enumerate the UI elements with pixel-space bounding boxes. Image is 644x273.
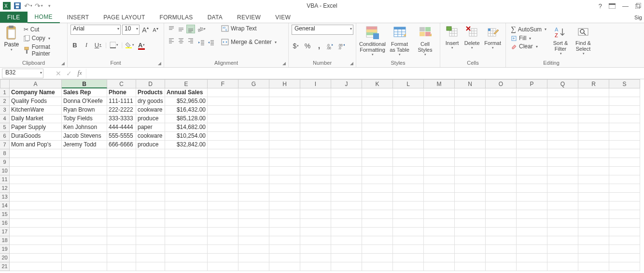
row-header[interactable]: 6 (0, 132, 10, 141)
cell[interactable] (486, 167, 517, 175)
cell[interactable] (578, 228, 609, 236)
column-header[interactable]: H (269, 79, 300, 88)
decrease-indent-icon[interactable] (197, 38, 206, 47)
cell[interactable] (424, 88, 455, 97)
cell[interactable] (208, 123, 238, 132)
cell[interactable] (578, 106, 609, 115)
cell[interactable] (300, 228, 331, 236)
dialog-launcher-icon[interactable]: ◢ (158, 61, 163, 66)
cell[interactable] (300, 236, 331, 245)
cell[interactable] (208, 254, 238, 262)
cell[interactable] (331, 132, 362, 141)
cell[interactable] (578, 193, 609, 201)
cell[interactable] (136, 201, 165, 210)
cell[interactable] (424, 219, 455, 228)
cell[interactable] (609, 245, 640, 254)
cell[interactable] (578, 201, 609, 210)
cell[interactable] (62, 167, 107, 175)
cell[interactable] (165, 201, 208, 210)
row-header[interactable]: 20 (0, 254, 10, 262)
cell[interactable] (455, 193, 486, 201)
cell[interactable] (208, 158, 238, 167)
cell[interactable]: cookware (136, 132, 165, 141)
cell[interactable] (393, 219, 424, 228)
cell[interactable] (269, 175, 300, 184)
cell[interactable] (331, 262, 362, 271)
cell[interactable] (547, 115, 578, 123)
cell[interactable] (331, 236, 362, 245)
clear-button[interactable]: Clear▾ (509, 43, 548, 50)
cell[interactable] (424, 167, 455, 175)
redo-icon[interactable]: ↷▾ (34, 1, 43, 11)
cell[interactable] (517, 228, 547, 236)
cell[interactable] (62, 262, 107, 271)
cell[interactable] (609, 88, 640, 97)
cell[interactable] (238, 97, 269, 106)
cell[interactable] (238, 158, 269, 167)
cell[interactable]: $10,254.00 (165, 132, 208, 141)
cell[interactable]: produce (136, 141, 165, 149)
cell[interactable] (362, 115, 393, 123)
cell[interactable] (208, 184, 238, 193)
cell[interactable] (136, 210, 165, 219)
excel-icon[interactable]: X (2, 1, 12, 11)
cell[interactable]: Ryan Brown (62, 106, 107, 115)
cell[interactable] (238, 141, 269, 149)
cell[interactable] (300, 141, 331, 149)
cell[interactable] (547, 97, 578, 106)
cell[interactable] (208, 167, 238, 175)
cell[interactable] (238, 123, 269, 132)
cell[interactable] (517, 175, 547, 184)
cell[interactable] (10, 254, 62, 262)
cell[interactable] (208, 141, 238, 149)
autosum-button[interactable]: ∑ AutoSum▾ (509, 25, 548, 34)
cell[interactable] (208, 115, 238, 123)
cell[interactable] (362, 88, 393, 97)
cell[interactable] (609, 254, 640, 262)
cell[interactable] (578, 115, 609, 123)
cell[interactable]: 555-5555 (107, 132, 136, 141)
cell[interactable] (578, 149, 609, 158)
formula-input[interactable] (86, 69, 644, 78)
cell[interactable] (269, 115, 300, 123)
cell[interactable] (136, 175, 165, 184)
cell[interactable] (300, 158, 331, 167)
cell[interactable] (208, 132, 238, 141)
cell[interactable] (62, 219, 107, 228)
row-header[interactable]: 14 (0, 201, 10, 210)
cell[interactable] (486, 97, 517, 106)
cell[interactable] (300, 175, 331, 184)
cell[interactable]: 222-2222 (107, 106, 136, 115)
row-header[interactable]: 8 (0, 149, 10, 158)
cell[interactable] (362, 228, 393, 236)
cell[interactable] (609, 193, 640, 201)
cell[interactable] (578, 236, 609, 245)
spreadsheet-grid[interactable]: ABCDEFGHIJKLMNOPQRS 1Company NameSales R… (0, 79, 644, 271)
cell[interactable] (165, 254, 208, 262)
cell[interactable] (609, 149, 640, 158)
cell[interactable] (609, 175, 640, 184)
cell[interactable] (238, 115, 269, 123)
cell[interactable] (331, 115, 362, 123)
cell[interactable] (486, 262, 517, 271)
cell[interactable] (165, 210, 208, 219)
fill-color-button[interactable]: ▾ (126, 41, 134, 49)
cell[interactable] (362, 254, 393, 262)
cell[interactable] (331, 167, 362, 175)
cell[interactable] (107, 236, 136, 245)
wrap-text-button[interactable]: ab Wrap Text (219, 25, 279, 32)
cell[interactable] (424, 106, 455, 115)
cell[interactable]: produce (136, 115, 165, 123)
cell[interactable] (547, 123, 578, 132)
cell[interactable] (609, 158, 640, 167)
cell[interactable] (208, 245, 238, 254)
cell[interactable] (331, 228, 362, 236)
column-header[interactable]: G (238, 79, 269, 88)
cell[interactable] (486, 106, 517, 115)
cell[interactable] (269, 210, 300, 219)
cell[interactable] (455, 167, 486, 175)
delete-cells-button[interactable]: Delete▾ (463, 25, 481, 50)
cell[interactable]: Jeremy Todd (62, 141, 107, 149)
cell[interactable] (547, 88, 578, 97)
cell[interactable] (609, 132, 640, 141)
